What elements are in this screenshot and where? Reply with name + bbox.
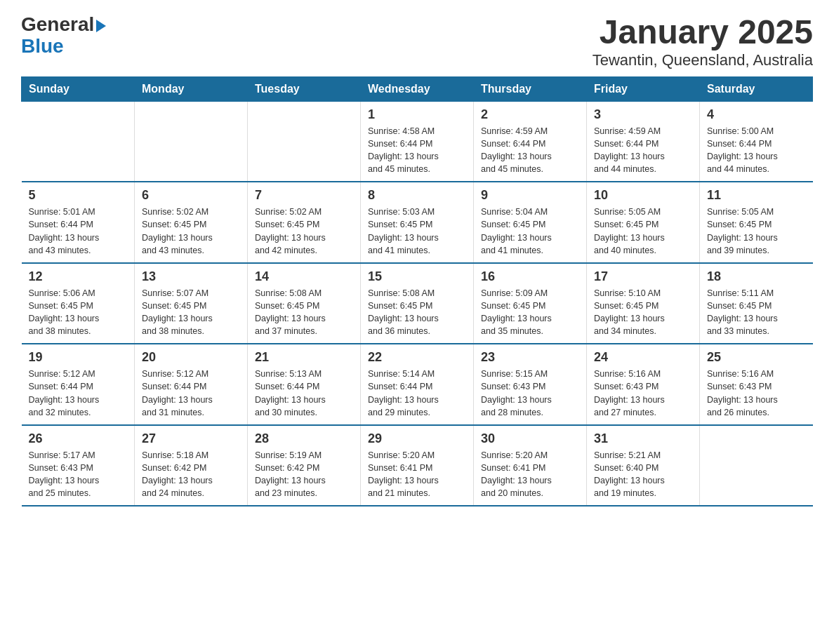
calendar-cell-w1d4: 1Sunrise: 4:58 AMSunset: 6:44 PMDaylight… <box>361 101 474 182</box>
day-info: Sunrise: 5:20 AMSunset: 6:41 PMDaylight:… <box>481 449 579 500</box>
calendar-table: Sunday Monday Tuesday Wednesday Thursday… <box>21 76 813 507</box>
day-number: 4 <box>707 107 806 122</box>
day-number: 21 <box>255 350 353 365</box>
page-header: GeneralBlue January 2025 Tewantin, Queen… <box>21 14 813 69</box>
calendar-cell-w2d5: 9Sunrise: 5:04 AMSunset: 6:45 PMDaylight… <box>474 182 587 263</box>
logo-text: GeneralBlue <box>21 14 106 58</box>
calendar-cell-w5d1: 26Sunrise: 5:17 AMSunset: 6:43 PMDayligh… <box>22 425 135 507</box>
week-row-5: 26Sunrise: 5:17 AMSunset: 6:43 PMDayligh… <box>22 425 813 507</box>
calendar-cell-w3d3: 14Sunrise: 5:08 AMSunset: 6:45 PMDayligh… <box>248 263 361 344</box>
day-info: Sunrise: 5:08 AMSunset: 6:45 PMDaylight:… <box>255 287 353 338</box>
day-number: 14 <box>255 269 353 284</box>
calendar-subtitle: Tewantin, Queensland, Australia <box>593 51 813 69</box>
calendar-cell-w3d7: 18Sunrise: 5:11 AMSunset: 6:45 PMDayligh… <box>700 263 813 344</box>
calendar-cell-w5d4: 29Sunrise: 5:20 AMSunset: 6:41 PMDayligh… <box>361 425 474 507</box>
logo: GeneralBlue <box>21 14 106 58</box>
day-number: 17 <box>594 269 692 284</box>
day-number: 13 <box>142 269 240 284</box>
calendar-cell-w4d1: 19Sunrise: 5:12 AMSunset: 6:44 PMDayligh… <box>22 344 135 425</box>
header-friday: Friday <box>587 76 700 101</box>
calendar-cell-w5d7 <box>700 425 813 507</box>
day-number: 1 <box>368 107 466 122</box>
calendar-cell-w1d2 <box>135 101 248 182</box>
calendar-cell-w2d6: 10Sunrise: 5:05 AMSunset: 6:45 PMDayligh… <box>587 182 700 263</box>
day-info: Sunrise: 5:05 AMSunset: 6:45 PMDaylight:… <box>594 206 692 257</box>
day-info: Sunrise: 5:16 AMSunset: 6:43 PMDaylight:… <box>594 368 692 419</box>
header-saturday: Saturday <box>700 76 813 101</box>
day-number: 5 <box>29 188 128 203</box>
day-info: Sunrise: 5:02 AMSunset: 6:45 PMDaylight:… <box>142 206 240 257</box>
calendar-cell-w4d5: 23Sunrise: 5:15 AMSunset: 6:43 PMDayligh… <box>474 344 587 425</box>
calendar-cell-w3d5: 16Sunrise: 5:09 AMSunset: 6:45 PMDayligh… <box>474 263 587 344</box>
calendar-cell-w1d7: 4Sunrise: 5:00 AMSunset: 6:44 PMDaylight… <box>700 101 813 182</box>
day-number: 28 <box>255 431 353 446</box>
calendar-cell-w4d4: 22Sunrise: 5:14 AMSunset: 6:44 PMDayligh… <box>361 344 474 425</box>
week-row-3: 12Sunrise: 5:06 AMSunset: 6:45 PMDayligh… <box>22 263 813 344</box>
calendar-cell-w3d4: 15Sunrise: 5:08 AMSunset: 6:45 PMDayligh… <box>361 263 474 344</box>
calendar-cell-w2d1: 5Sunrise: 5:01 AMSunset: 6:44 PMDaylight… <box>22 182 135 263</box>
day-info: Sunrise: 5:00 AMSunset: 6:44 PMDaylight:… <box>707 125 806 176</box>
day-info: Sunrise: 5:14 AMSunset: 6:44 PMDaylight:… <box>368 368 466 419</box>
day-number: 26 <box>29 431 128 446</box>
day-info: Sunrise: 5:12 AMSunset: 6:44 PMDaylight:… <box>29 368 128 419</box>
calendar-cell-w2d7: 11Sunrise: 5:05 AMSunset: 6:45 PMDayligh… <box>700 182 813 263</box>
day-number: 30 <box>481 431 579 446</box>
calendar-cell-w4d2: 20Sunrise: 5:12 AMSunset: 6:44 PMDayligh… <box>135 344 248 425</box>
week-row-1: 1Sunrise: 4:58 AMSunset: 6:44 PMDaylight… <box>22 101 813 182</box>
day-number: 31 <box>594 431 692 446</box>
day-number: 15 <box>368 269 466 284</box>
calendar-cell-w5d5: 30Sunrise: 5:20 AMSunset: 6:41 PMDayligh… <box>474 425 587 507</box>
day-number: 16 <box>481 269 579 284</box>
calendar-cell-w3d2: 13Sunrise: 5:07 AMSunset: 6:45 PMDayligh… <box>135 263 248 344</box>
title-block: January 2025 Tewantin, Queensland, Austr… <box>593 14 813 69</box>
calendar-cell-w2d4: 8Sunrise: 5:03 AMSunset: 6:45 PMDaylight… <box>361 182 474 263</box>
day-number: 6 <box>142 188 240 203</box>
day-number: 23 <box>481 350 579 365</box>
calendar-cell-w5d3: 28Sunrise: 5:19 AMSunset: 6:42 PMDayligh… <box>248 425 361 507</box>
calendar-cell-w5d2: 27Sunrise: 5:18 AMSunset: 6:42 PMDayligh… <box>135 425 248 507</box>
day-number: 22 <box>368 350 466 365</box>
header-sunday: Sunday <box>22 76 135 101</box>
header-thursday: Thursday <box>474 76 587 101</box>
day-info: Sunrise: 5:11 AMSunset: 6:45 PMDaylight:… <box>707 287 806 338</box>
day-info: Sunrise: 5:12 AMSunset: 6:44 PMDaylight:… <box>142 368 240 419</box>
calendar-header-row: Sunday Monday Tuesday Wednesday Thursday… <box>22 76 813 101</box>
day-info: Sunrise: 5:15 AMSunset: 6:43 PMDaylight:… <box>481 368 579 419</box>
day-info: Sunrise: 5:16 AMSunset: 6:43 PMDaylight:… <box>707 368 806 419</box>
day-number: 11 <box>707 188 806 203</box>
day-info: Sunrise: 5:17 AMSunset: 6:43 PMDaylight:… <box>29 449 128 500</box>
day-info: Sunrise: 5:09 AMSunset: 6:45 PMDaylight:… <box>481 287 579 338</box>
day-info: Sunrise: 5:01 AMSunset: 6:44 PMDaylight:… <box>29 206 128 257</box>
logo-arrow-icon <box>96 20 106 32</box>
day-number: 3 <box>594 107 692 122</box>
header-wednesday: Wednesday <box>361 76 474 101</box>
calendar-cell-w4d3: 21Sunrise: 5:13 AMSunset: 6:44 PMDayligh… <box>248 344 361 425</box>
calendar-cell-w2d2: 6Sunrise: 5:02 AMSunset: 6:45 PMDaylight… <box>135 182 248 263</box>
day-info: Sunrise: 5:10 AMSunset: 6:45 PMDaylight:… <box>594 287 692 338</box>
header-tuesday: Tuesday <box>248 76 361 101</box>
day-number: 29 <box>368 431 466 446</box>
day-number: 25 <box>707 350 806 365</box>
day-info: Sunrise: 5:21 AMSunset: 6:40 PMDaylight:… <box>594 449 692 500</box>
header-monday: Monday <box>135 76 248 101</box>
day-number: 9 <box>481 188 579 203</box>
calendar-cell-w1d1 <box>22 101 135 182</box>
day-number: 24 <box>594 350 692 365</box>
day-info: Sunrise: 4:59 AMSunset: 6:44 PMDaylight:… <box>594 125 692 176</box>
day-info: Sunrise: 5:18 AMSunset: 6:42 PMDaylight:… <box>142 449 240 500</box>
day-info: Sunrise: 4:58 AMSunset: 6:44 PMDaylight:… <box>368 125 466 176</box>
calendar-cell-w5d6: 31Sunrise: 5:21 AMSunset: 6:40 PMDayligh… <box>587 425 700 507</box>
calendar-cell-w3d6: 17Sunrise: 5:10 AMSunset: 6:45 PMDayligh… <box>587 263 700 344</box>
day-number: 18 <box>707 269 806 284</box>
week-row-4: 19Sunrise: 5:12 AMSunset: 6:44 PMDayligh… <box>22 344 813 425</box>
week-row-2: 5Sunrise: 5:01 AMSunset: 6:44 PMDaylight… <box>22 182 813 263</box>
day-info: Sunrise: 5:19 AMSunset: 6:42 PMDaylight:… <box>255 449 353 500</box>
day-info: Sunrise: 5:04 AMSunset: 6:45 PMDaylight:… <box>481 206 579 257</box>
calendar-cell-w4d7: 25Sunrise: 5:16 AMSunset: 6:43 PMDayligh… <box>700 344 813 425</box>
day-info: Sunrise: 5:08 AMSunset: 6:45 PMDaylight:… <box>368 287 466 338</box>
calendar-cell-w2d3: 7Sunrise: 5:02 AMSunset: 6:45 PMDaylight… <box>248 182 361 263</box>
day-info: Sunrise: 5:05 AMSunset: 6:45 PMDaylight:… <box>707 206 806 257</box>
day-number: 27 <box>142 431 240 446</box>
day-info: Sunrise: 5:03 AMSunset: 6:45 PMDaylight:… <box>368 206 466 257</box>
day-number: 20 <box>142 350 240 365</box>
